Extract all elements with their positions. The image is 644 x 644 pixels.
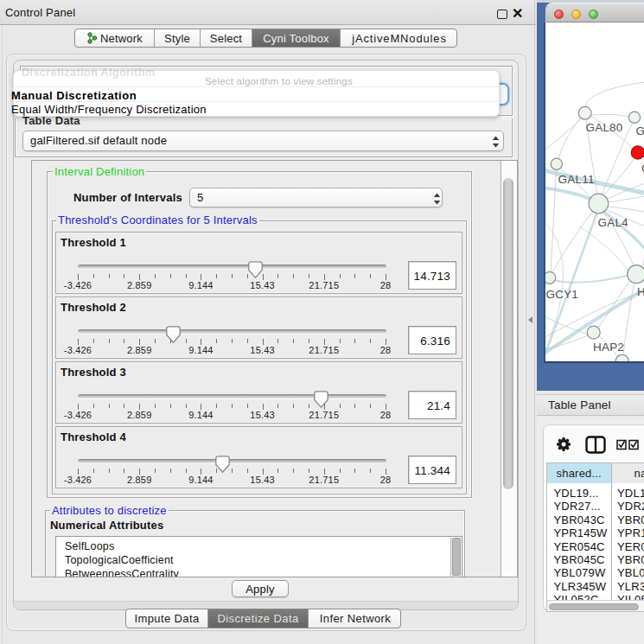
svg-text:GCY1: GCY1 bbox=[546, 288, 579, 301]
svg-text:GAL11: GAL11 bbox=[558, 173, 595, 186]
svg-text:GA: GA bbox=[636, 124, 644, 137]
svg-text:HAP2: HAP2 bbox=[593, 341, 624, 354]
svg-text:H: H bbox=[637, 285, 644, 298]
svg-text:GAL4: GAL4 bbox=[598, 216, 629, 229]
svg-text:GAL80: GAL80 bbox=[586, 121, 623, 134]
